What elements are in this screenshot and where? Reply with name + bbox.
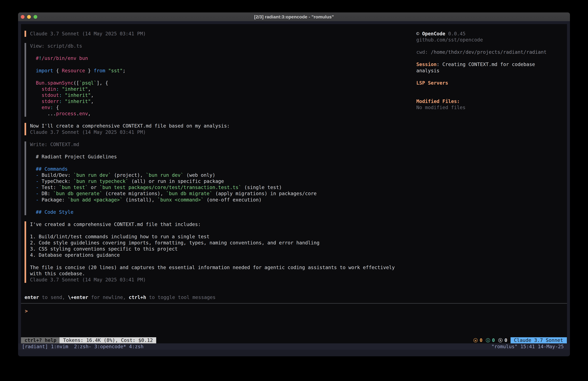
text-segment: - xyxy=(30,191,39,196)
text-segment xyxy=(30,68,36,73)
sidebar-line xyxy=(416,92,546,98)
text-segment: : Creating CONTEXT.md for codebase xyxy=(437,62,535,67)
message-line: 2. Code style guidelines covering import… xyxy=(30,240,395,246)
tmux-session-windows[interactable]: [radiant] 1:nvim 2:zsh- 3:opencode* 4:zs… xyxy=(22,343,144,350)
text-segment xyxy=(30,98,42,104)
tmux-host-clock: "romulus" 15:41 14-May-25 xyxy=(491,343,564,350)
text-segment xyxy=(105,68,108,73)
text-segment: View: script/db.ts xyxy=(30,43,82,49)
text-segment: /home/thdxr/dev/projects/radiant/radiant xyxy=(431,49,547,55)
tool-view-line: ...process.env, xyxy=(30,111,395,117)
tool-write-line: # Radiant Project Guidelines xyxy=(30,154,395,160)
text-segment: `bun run dev` xyxy=(146,172,184,178)
text-segment: (all) or run in specific package xyxy=(128,179,224,184)
text-segment: `psql` xyxy=(79,80,97,86)
text-segment: # xyxy=(36,55,39,61)
text-segment: Now I'll create a comprehensive CONTEXT.… xyxy=(30,123,230,129)
text-segment: (apply migrations) in packages/core xyxy=(212,191,316,196)
text-segment: env xyxy=(79,111,88,116)
text-segment: - xyxy=(30,197,39,202)
i-circle-icon: i xyxy=(486,338,490,342)
message-line: Now I'll create a comprehensive CONTEXT.… xyxy=(30,123,395,129)
text-segment: : xyxy=(50,105,53,110)
text-segment: stderr xyxy=(42,98,59,104)
text-segment: I've created a comprehensive CONTEXT.md … xyxy=(30,222,201,227)
tool-view-line: stderr: "inherit", xyxy=(30,98,395,104)
text-segment: stdout xyxy=(42,92,59,98)
diagnostic-counters: w0i0h0 xyxy=(473,337,507,343)
text-segment: import xyxy=(36,68,53,73)
text-segment xyxy=(30,86,42,92)
terminal-screen[interactable]: Claude 3.7 Sonnet (14 May 2025 03:41 PM)… xyxy=(21,24,567,343)
text-segment: (create migrations), xyxy=(103,191,166,196)
text-segment: { xyxy=(53,68,62,73)
message-line: The file is concise (20 lines) and captu… xyxy=(30,265,395,270)
tool-view-line xyxy=(30,74,395,80)
text-segment: , xyxy=(91,98,94,104)
text-segment: { xyxy=(53,105,59,110)
tool-view-line: #!/usr/bin/env bun xyxy=(30,55,395,61)
text-segment: ([ xyxy=(73,80,79,86)
text-segment: Claude 3.7 Sonnet (14 May 2025 03:41 PM) xyxy=(30,277,146,283)
text-segment: (install), xyxy=(123,197,157,202)
text-segment: : xyxy=(59,92,62,98)
tool-view-block: View: script/db.ts #!/usr/bin/env bun im… xyxy=(24,43,395,117)
text-segment: Resource xyxy=(62,68,85,73)
text-segment: TypeCheck: xyxy=(39,179,73,184)
text-segment: ## Code Style xyxy=(30,209,73,215)
w-counter: w0 xyxy=(473,337,483,343)
tool-write-line xyxy=(30,203,395,209)
text-segment: LSP Servers xyxy=(416,80,448,86)
prompt-input[interactable]: > xyxy=(25,308,28,314)
text-segment: OpenCode xyxy=(422,31,445,37)
text-segment: ! xyxy=(39,55,42,61)
text-segment: process xyxy=(56,111,76,116)
message-line: Claude 3.7 Sonnet (14 May 2025 03:41 PM) xyxy=(30,277,395,283)
message-line: with this codebase. xyxy=(30,270,395,277)
text-segment: 1. Build/lint/test commands including ho… xyxy=(30,234,210,239)
window-title: [2/3] radiant:3:opencode - "romulus" xyxy=(18,12,570,21)
text-segment: github.com/sst/opencode xyxy=(416,37,483,43)
text-segment: . xyxy=(76,111,79,116)
text-segment: ## Commands xyxy=(30,166,68,172)
text-segment xyxy=(62,98,65,104)
text-segment: (web only) xyxy=(184,172,215,178)
conversation-pane: Claude 3.7 Sonnet (14 May 2025 03:41 PM)… xyxy=(24,31,395,289)
message-meta-block: Claude 3.7 Sonnet (14 May 2025 03:41 PM) xyxy=(24,31,395,37)
keybinding-help: enter to send, \+enter for newline, ctrl… xyxy=(24,294,216,300)
tool-write-line xyxy=(30,148,395,154)
h-circle-icon: h xyxy=(498,338,503,342)
tool-write-line: Write: CONTEXT.md xyxy=(30,141,395,148)
tool-write-line: - TypeCheck: `bun run typecheck` (all) o… xyxy=(30,178,395,184)
tool-write-line xyxy=(30,160,395,166)
tool-view-line: env: { xyxy=(30,104,395,111)
message-line: 1. Build/lint/test commands including ho… xyxy=(30,234,395,240)
text-segment: Bun.spawnSync xyxy=(36,80,73,86)
text-segment: `bun db migrate` xyxy=(166,191,212,196)
help-badge[interactable]: ctrl+? help xyxy=(21,337,59,343)
tool-write-line: ## Commands xyxy=(30,166,395,172)
text-segment: ; xyxy=(123,68,126,73)
text-segment: ], { xyxy=(97,80,108,86)
i-count: 0 xyxy=(492,337,495,343)
text-segment: cwd: xyxy=(416,49,431,55)
title-bar[interactable]: [2/3] radiant:3:opencode - "romulus" xyxy=(18,12,570,21)
text-segment: © xyxy=(416,31,422,37)
sidebar-line: github.com/sst/opencode xyxy=(416,37,546,43)
text-segment: `bun run typecheck` xyxy=(73,179,128,184)
text-segment: : xyxy=(56,86,59,92)
text-segment: analysis xyxy=(416,68,440,73)
tool-view-line: stdout: "inherit", xyxy=(30,92,395,98)
message-line: 4. Database operations guidance xyxy=(30,252,395,258)
text-segment: or xyxy=(88,184,100,190)
text-segment: /usr/bin/env bun xyxy=(42,55,88,61)
sidebar-line: © OpenCode 0.0.45 xyxy=(416,31,546,37)
help-segment: ctrl+h xyxy=(129,294,146,300)
text-segment: The file is concise (20 lines) and captu… xyxy=(30,265,395,270)
model-badge[interactable]: Claude 3.7 Sonnet xyxy=(510,337,567,343)
text-segment: `bunx <command>` xyxy=(157,197,204,202)
text-segment: # Radiant Project Guidelines xyxy=(30,154,117,159)
text-segment: Claude 3.7 Sonnet (14 May 2025 03:41 PM) xyxy=(30,129,146,135)
text-segment: from xyxy=(94,68,105,73)
text-segment: env xyxy=(42,105,50,110)
